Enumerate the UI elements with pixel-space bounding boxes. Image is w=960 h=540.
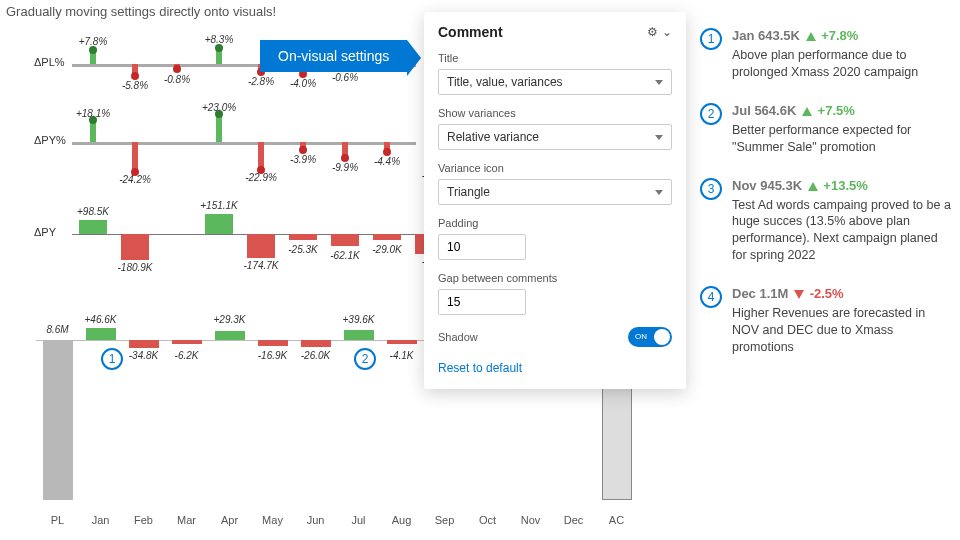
field-label-shadow: Shadow [438, 331, 478, 343]
month-cell: Jun [294, 514, 337, 526]
padding-input[interactable] [438, 234, 526, 260]
field-label-padding: Padding [438, 217, 672, 229]
comment-item: 2 Jul 564.6K +7.5% Better performance ex… [700, 103, 952, 156]
chart-badge-2[interactable]: 2 [354, 348, 376, 370]
header-note: Gradually moving settings directly onto … [6, 4, 276, 19]
comment-body: Test Ad words campaing proved to be a hu… [732, 197, 952, 265]
chart-label: ΔPY% [34, 134, 66, 146]
field-label-title: Title [438, 52, 672, 64]
chevron-down-icon [655, 80, 663, 85]
triangle-up-icon [808, 182, 818, 191]
title-select[interactable]: Title, value, variances [438, 69, 672, 95]
month-cell: May [251, 514, 294, 526]
chart-badge-1[interactable]: 1 [101, 348, 123, 370]
comment-body: Better performance expected for "Summer … [732, 122, 952, 156]
on-visual-settings-tag: On-visual settings [260, 40, 407, 72]
triangle-up-icon [806, 32, 816, 41]
month-cell: Sep [423, 514, 466, 526]
comment-body: Higher Revenues are forecasted in NOV an… [732, 305, 952, 356]
month-cell: Aug [380, 514, 423, 526]
month-cell: Jul [337, 514, 380, 526]
field-label-show-variances: Show variances [438, 107, 672, 119]
show-variances-select[interactable]: Relative variance [438, 124, 672, 150]
comment-item: 3 Nov 945.3K +13.5% Test Ad words campai… [700, 178, 952, 265]
chart-label: ΔPL% [34, 56, 65, 68]
gear-icon[interactable]: ⚙ [647, 25, 658, 39]
month-cell: Dec [552, 514, 595, 526]
chevron-down-icon [655, 190, 663, 195]
gap-input[interactable] [438, 289, 526, 315]
triangle-up-icon [802, 107, 812, 116]
comments-column: 1 Jan 643.5K +7.8% Above plan performanc… [700, 28, 952, 378]
month-cell: AC [595, 514, 638, 526]
chart-dpy-abs: ΔPY +98.5K -180.9K +151.1K -174.7K -25.3… [36, 196, 416, 274]
chevron-down-icon[interactable]: ⌄ [662, 25, 672, 39]
comment-body: Above plan performance due to prolonged … [732, 47, 952, 81]
triangle-down-icon [794, 290, 804, 299]
month-axis: PL Jan Feb Mar Apr May Jun Jul Aug Sep O… [36, 514, 638, 526]
comment-number-badge[interactable]: 4 [700, 286, 722, 308]
month-cell: Feb [122, 514, 165, 526]
chart-dpy-pct: ΔPY% +18.1% -24.2% +23.0% -22.9% -3.9% -… [36, 104, 416, 192]
reset-to-default-link[interactable]: Reset to default [438, 361, 672, 375]
variance-icon-select[interactable]: Triangle [438, 179, 672, 205]
month-cell: PL [36, 514, 79, 526]
comment-title: Dec 1.1M -2.5% [732, 286, 952, 301]
month-cell: Jan [79, 514, 122, 526]
month-cell: Mar [165, 514, 208, 526]
panel-title: Comment [438, 24, 503, 40]
field-label-gap: Gap between comments [438, 272, 672, 284]
comment-item: 1 Jan 643.5K +7.8% Above plan performanc… [700, 28, 952, 81]
comment-item: 4 Dec 1.1M -2.5% Higher Revenues are for… [700, 286, 952, 356]
month-cell: Nov [509, 514, 552, 526]
comment-number-badge[interactable]: 3 [700, 178, 722, 200]
field-label-variance-icon: Variance icon [438, 162, 672, 174]
comment-number-badge[interactable]: 2 [700, 103, 722, 125]
month-cell: Apr [208, 514, 251, 526]
settings-panel: Comment ⚙ ⌄ Title Title, value, variance… [424, 12, 686, 389]
chart-label: ΔPY [34, 226, 56, 238]
month-cell: Oct [466, 514, 509, 526]
comment-title: Jan 643.5K +7.8% [732, 28, 952, 43]
shadow-toggle[interactable]: ON [628, 327, 672, 347]
comment-title: Nov 945.3K +13.5% [732, 178, 952, 193]
comment-title: Jul 564.6K +7.5% [732, 103, 952, 118]
comment-number-badge[interactable]: 1 [700, 28, 722, 50]
chart-axis [72, 142, 416, 145]
chevron-down-icon [655, 135, 663, 140]
